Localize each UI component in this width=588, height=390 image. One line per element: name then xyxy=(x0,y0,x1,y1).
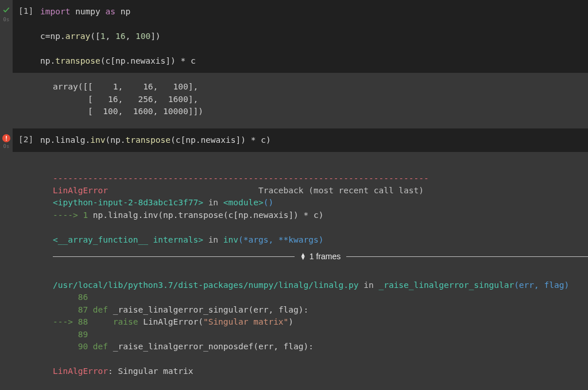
final-error-type: LinAlgError xyxy=(53,366,108,376)
cell-2-gutter: ! 0s xyxy=(0,128,13,390)
check-icon xyxy=(2,6,10,15)
frames-line-left xyxy=(53,256,295,257)
notebook-cell-1: 0s [1] import numpy as np c=np.array([1,… xyxy=(0,0,588,128)
cell-2-exec-time: 0s xyxy=(3,143,10,149)
cell-1-input[interactable]: [1] import numpy as np c=np.array([1, 16… xyxy=(13,0,588,73)
notebook-cell-2: ! 0s [2] np.linalg.inv(np.transpose(c[np… xyxy=(0,128,588,390)
error-type: LinAlgError xyxy=(53,186,108,195)
cell-2-traceback: ----------------------------------------… xyxy=(13,155,588,390)
error-icon: ! xyxy=(2,134,10,142)
cell-2-input[interactable]: [2] np.linalg.inv(np.transpose(c[np.newa… xyxy=(13,128,588,152)
frames-label: 1 frames xyxy=(310,251,341,263)
cell-1-output: array([[ 1, 16, 100], [ 16, 256, 1600], … xyxy=(13,76,588,128)
cell-1-gutter: 0s xyxy=(0,0,13,128)
cell-1-code[interactable]: import numpy as np c=np.array([1, 16, 10… xyxy=(40,6,588,67)
final-error-msg: Singular matrix xyxy=(118,366,194,376)
frames-line-right xyxy=(346,256,588,257)
cell-2-code[interactable]: np.linalg.inv(np.transpose(c[np.newaxis]… xyxy=(40,134,588,146)
traceback-separator: ----------------------------------------… xyxy=(53,174,429,183)
cell-1-prompt: [1] xyxy=(13,6,40,15)
cell-1-exec-time: 0s xyxy=(3,17,10,22)
cell-2-prompt: [2] xyxy=(13,134,40,144)
frames-expand-bar[interactable]: ▲▼ 1 frames xyxy=(53,249,588,263)
chevron-up-down-icon[interactable]: ▲▼ xyxy=(300,253,306,260)
